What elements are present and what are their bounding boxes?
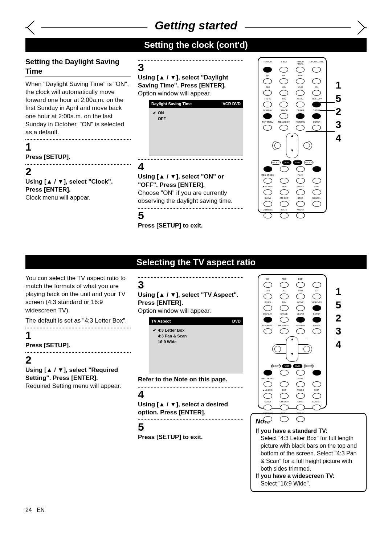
lbl-menulist: MENU/LIST: [277, 121, 291, 123]
btn-dvdsel: [296, 166, 305, 172]
r2-pill-vcr: VCR: [282, 364, 291, 368]
r2-btn-7: [264, 305, 272, 311]
r2-lbl-clear: CLEAR: [293, 313, 307, 315]
remote-diagram-2: @!. ABC DEF GHI JKL MNO CH: [258, 274, 327, 409]
r2-btn-audio: [296, 416, 305, 422]
r2-btn-5: [280, 294, 289, 299]
remote-diagram-1: POWER T-SET TIMER PROG. OPEN/CLOSE @!. A…: [258, 57, 327, 213]
r2-btn-chup: [313, 282, 321, 288]
subhead-dst: Setting the Daylight Saving Time: [25, 57, 131, 77]
r2-btn-skipf: [313, 393, 321, 399]
lbl-skipf: SKIP: [310, 185, 324, 188]
lbl-display: DISPLAY: [261, 109, 275, 111]
step-3-bold: Using [▲ / ▼], select "Daylight Saving T…: [138, 74, 243, 90]
page-lang: EN: [37, 507, 45, 513]
r2-lbl-search: SEARCH: [310, 401, 324, 403]
r2-lbl-return: RETURN: [293, 324, 307, 327]
callout2-3: 3: [335, 325, 341, 338]
r2-lbl-videotv: VIDEO/TV: [310, 301, 324, 303]
r2-lbl-pqrs: PQRS: [261, 301, 275, 303]
lbl-b2: [310, 174, 324, 176]
page-header: Getting started: [25, 18, 367, 36]
btn-rew1: [280, 178, 289, 184]
btn-6: [296, 90, 305, 96]
btn-openclose: [312, 67, 321, 73]
btn-pause: [296, 189, 305, 195]
lbl-openclose: OPEN/CLOSE: [310, 61, 324, 65]
r2-btn-skipb: [280, 393, 289, 399]
lbl-audio: AUDIO: [293, 209, 307, 211]
page-footer: 24 EN: [25, 507, 367, 514]
refer-note: Refer to the Note on this page.: [138, 376, 243, 384]
lbl-b3: [310, 209, 324, 211]
btn-audio: [296, 213, 305, 218]
btn-ff1: [313, 178, 321, 184]
r2-lbl-def: DEF: [293, 278, 307, 280]
r2-btn-stop: [296, 405, 305, 410]
r2-btn-topmenu: [264, 328, 272, 334]
btn-1: [263, 78, 272, 84]
dst-intro: When "Daylight Saving Time" is "ON", the…: [25, 80, 131, 136]
step-2-text: Clock menu will appear.: [25, 194, 131, 202]
lbl-tuv: TUV: [277, 98, 291, 100]
pill-recotr-r: REC/OTR: [304, 160, 313, 165]
lbl-enter: ENTER: [310, 121, 324, 123]
pill-vcr: VCR: [282, 160, 291, 165]
r2-btn-recl: [264, 370, 272, 376]
btn-videotv: [312, 102, 321, 107]
lbl-play: PLAY: [293, 174, 307, 176]
lbl-pause: PAUSE: [293, 185, 307, 188]
callout2-2: 2: [335, 312, 341, 325]
lbl-x13: ▶x1.3/0.8: [261, 185, 275, 188]
a-step3-t: Option window will appear.: [138, 307, 243, 315]
osd-opt-on: ON: [153, 110, 239, 116]
btn-return: [296, 125, 305, 131]
callout-3: 3: [335, 118, 341, 131]
r2-btn-videotv: [313, 305, 321, 311]
r2-lbl-enter: ENTER: [310, 324, 324, 327]
lbl-topmenu: TOP MENU: [261, 121, 275, 123]
step-5-num: 5: [138, 210, 243, 221]
btn-rec-l: [264, 166, 272, 172]
r2-lbl-audio: AUDIO: [293, 412, 307, 414]
a-step1-b: Press [SETUP].: [25, 341, 131, 349]
step-4-num: 4: [138, 161, 243, 172]
lbl-pqrs: PQRS: [261, 98, 275, 100]
osd-dst: Daylight Saving Time VCR DVD ON OFF: [149, 100, 243, 156]
r2-lbl-display: DISPLAY: [261, 313, 275, 315]
r2-lbl-mno: MNO: [293, 290, 307, 292]
btn-zoom: [280, 213, 289, 218]
callout-4: 4: [335, 132, 341, 145]
r2-lbl-tuv: TUV: [277, 301, 291, 303]
lbl-abc: ABC: [277, 74, 291, 77]
a-step2-b: Using [▲ / ▼], select "Required Setting"…: [25, 366, 131, 382]
btn-play: [296, 178, 305, 184]
r2-btn-menulist: [280, 328, 289, 334]
a-step2-num: 2: [25, 354, 131, 365]
btn-4: [263, 90, 272, 96]
section2-columns: You can select the TV aspect ratio to ma…: [25, 274, 367, 492]
r2-btn-1: [264, 282, 272, 288]
r2-btn-display: [264, 317, 272, 323]
r2-btn-return: [296, 328, 305, 334]
r2-lbl-menulist: MENU/LIST: [277, 324, 291, 327]
osd-tag-dvd: DVD: [232, 102, 241, 106]
lbl-ghi: GHI: [261, 86, 275, 88]
lbl-timerprog: TIMER PROG.: [293, 61, 307, 65]
lbl-slow: SLOW: [261, 197, 275, 199]
btn-dubbing: [264, 213, 272, 218]
lbl-skipb: SKIP: [277, 185, 291, 188]
osd2-opt2: 4:3 Pan & Scan: [153, 333, 239, 339]
remote-callouts-2: 1 5 2 3 4: [335, 285, 341, 351]
btn-x13: [264, 189, 272, 195]
r2-lbl-skipf: SKIP: [310, 389, 324, 391]
lbl-jkl: JKL: [277, 86, 291, 88]
lbl-tset: T-SET: [277, 61, 291, 65]
section-bar-clock: Setting the clock (cont'd): [25, 38, 367, 52]
btn-recspeed: [264, 178, 272, 184]
btn-5: [279, 90, 288, 96]
btn-chup: [312, 78, 321, 84]
r2-lbl-skipb: SKIP: [277, 389, 291, 391]
r2-lbl-x13: ▶x1.3/0.8: [261, 389, 275, 391]
a-step1-num: 1: [25, 330, 131, 341]
